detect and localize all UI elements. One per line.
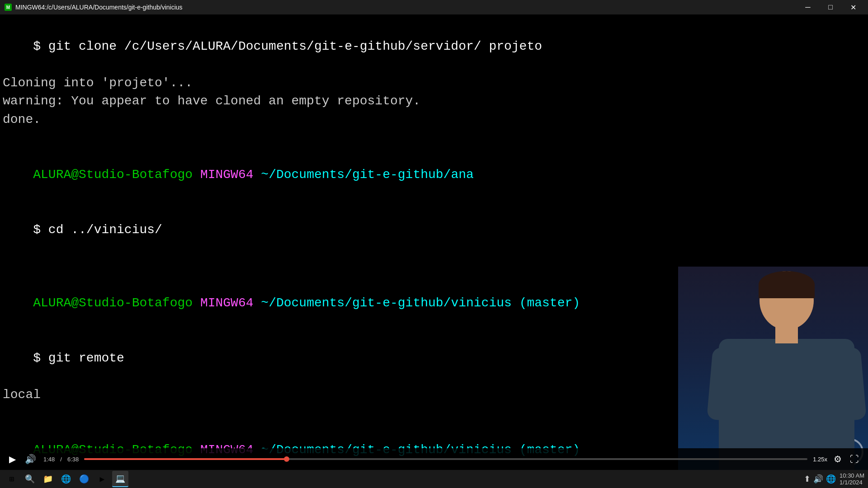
prompt-shell: MINGW64 bbox=[200, 296, 254, 310]
prompt-shell: MINGW64 bbox=[200, 168, 254, 182]
fullscreen-button[interactable]: ⛶ bbox=[848, 452, 861, 466]
terminal-line: Cloning into 'projeto'... bbox=[3, 74, 865, 93]
start-button[interactable]: ⊞ bbox=[4, 471, 20, 487]
terminal-line bbox=[3, 129, 865, 148]
time-separator: / bbox=[60, 456, 62, 463]
tray-icon-1: ⬆ bbox=[804, 474, 811, 484]
presenter-neck bbox=[775, 325, 798, 343]
progress-fill bbox=[84, 458, 287, 460]
prompt-user: ALURA@Studio-Botafogo bbox=[33, 168, 193, 182]
mute-button[interactable]: 🔊 bbox=[23, 452, 38, 466]
current-time: 1:48 bbox=[43, 456, 55, 463]
playback-speed[interactable]: 1.25x bbox=[813, 456, 827, 463]
window-controls[interactable]: ─ □ ✕ bbox=[797, 0, 863, 14]
edge-button[interactable]: 🔵 bbox=[76, 471, 92, 487]
prompt-symbol: $ bbox=[33, 39, 48, 53]
terminal-taskbar-button[interactable]: 💻 bbox=[112, 471, 128, 487]
presenter-overlay: ↻ bbox=[678, 267, 868, 470]
terminal-line: ALURA@Studio-Botafogo MINGW64 ~/Document… bbox=[3, 147, 865, 202]
maximize-button[interactable]: □ bbox=[820, 0, 841, 14]
taskbar: ⊞ 🔍 📁 🌐 🔵 ▶ 💻 ⬆ 🔊 🌐 10:30 AM 1/1/2024 bbox=[0, 470, 868, 488]
presenter-figure bbox=[714, 271, 859, 470]
search-button[interactable]: 🔍 bbox=[22, 471, 38, 487]
title-bar: M MINGW64:/c/Users/ALURA/Documents/git-e… bbox=[0, 0, 868, 14]
tray-icon-3: 🌐 bbox=[826, 474, 836, 484]
browser-button[interactable]: 🌐 bbox=[58, 471, 74, 487]
terminal-icon: M bbox=[5, 4, 12, 11]
prompt-path: ~/Documents/git-e-github/ana bbox=[261, 168, 473, 182]
terminal-line: warning: You appear to have cloned an em… bbox=[3, 92, 865, 111]
window-title: MINGW64:/c/Users/ALURA/Documents/git-e-g… bbox=[15, 4, 183, 11]
presenter-hair bbox=[759, 271, 815, 298]
settings-button[interactable]: ⚙ bbox=[832, 452, 844, 466]
prompt-user: ALURA@Studio-Botafogo bbox=[33, 296, 193, 310]
progress-bar[interactable] bbox=[84, 458, 807, 460]
clock: 10:30 AM 1/1/2024 bbox=[840, 472, 864, 486]
total-duration: 6:38 bbox=[67, 456, 79, 463]
minimize-button[interactable]: ─ bbox=[797, 0, 818, 14]
terminal-line: $ cd ../vinicius/ bbox=[3, 202, 865, 258]
video-controls-right: 1.25x ⚙ ⛶ bbox=[813, 452, 861, 466]
progress-dot bbox=[284, 456, 289, 462]
title-bar-left: M MINGW64:/c/Users/ALURA/Documents/git-e… bbox=[5, 4, 183, 11]
file-explorer-button[interactable]: 📁 bbox=[40, 471, 56, 487]
play-button[interactable]: ▶ bbox=[7, 452, 18, 466]
system-tray: ⬆ 🔊 🌐 bbox=[804, 474, 836, 484]
presenter-background: ↻ bbox=[678, 267, 868, 470]
prompt-path: ~/Documents/git-e-github/vinicius bbox=[261, 296, 512, 310]
terminal-line: done. bbox=[3, 111, 865, 129]
terminal-line: $ git clone /c/Users/ALURA/Documents/git… bbox=[3, 19, 865, 74]
video-controls-bar[interactable]: ▶ 🔊 1:48 / 6:38 1.25x ⚙ ⛶ bbox=[0, 448, 868, 470]
prompt-branch: (master) bbox=[519, 296, 580, 310]
close-button[interactable]: ✕ bbox=[843, 0, 863, 14]
media-button[interactable]: ▶ bbox=[94, 471, 110, 487]
tray-icon-2: 🔊 bbox=[813, 474, 823, 484]
taskbar-right: ⬆ 🔊 🌐 10:30 AM 1/1/2024 bbox=[804, 472, 864, 486]
